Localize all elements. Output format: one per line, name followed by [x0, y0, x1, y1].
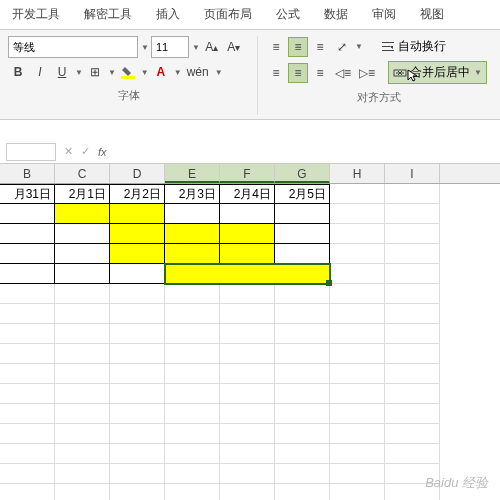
cell[interactable]: [330, 224, 385, 244]
cell[interactable]: [275, 204, 330, 224]
align-middle-icon[interactable]: ≡: [288, 37, 308, 57]
cell[interactable]: [110, 204, 165, 224]
cell[interactable]: [385, 264, 440, 284]
font-size-select[interactable]: [151, 36, 189, 58]
decrease-indent-icon[interactable]: ◁≡: [332, 63, 354, 83]
align-bottom-icon[interactable]: ≡: [310, 37, 330, 57]
increase-indent-icon[interactable]: ▷≡: [356, 63, 378, 83]
cell[interactable]: [220, 244, 275, 264]
cell[interactable]: [110, 244, 165, 264]
chevron-down-icon[interactable]: ▼: [108, 68, 116, 77]
tab-review[interactable]: 审阅: [368, 4, 400, 25]
cell[interactable]: [165, 204, 220, 224]
chevron-down-icon[interactable]: ▼: [141, 43, 149, 52]
font-name-select[interactable]: [8, 36, 138, 58]
chevron-down-icon[interactable]: ▼: [75, 68, 83, 77]
cell[interactable]: 2月3日: [165, 184, 220, 204]
col-header[interactable]: I: [385, 164, 440, 183]
fill-color-button[interactable]: [118, 62, 138, 82]
col-header[interactable]: H: [330, 164, 385, 183]
tab-insert[interactable]: 插入: [152, 4, 184, 25]
cell[interactable]: 2月1日: [55, 184, 110, 204]
cell[interactable]: [55, 264, 110, 284]
cell[interactable]: [110, 224, 165, 244]
align-top-icon[interactable]: ≡: [266, 37, 286, 57]
cell[interactable]: [385, 204, 440, 224]
cell[interactable]: [110, 264, 165, 284]
chevron-down-icon[interactable]: ▼: [141, 68, 149, 77]
wrap-text-button[interactable]: 自动换行: [377, 36, 450, 57]
chevron-down-icon[interactable]: ▼: [192, 43, 200, 52]
italic-button[interactable]: I: [30, 62, 50, 82]
svg-rect-0: [121, 76, 135, 79]
orientation-icon[interactable]: ⤢: [332, 37, 352, 57]
tab-view[interactable]: 视图: [416, 4, 448, 25]
cell[interactable]: [55, 224, 110, 244]
cell[interactable]: [330, 264, 385, 284]
ribbon-tabs: 开发工具 解密工具 插入 页面布局 公式 数据 审阅 视图: [0, 0, 500, 30]
align-left-icon[interactable]: ≡: [266, 63, 286, 83]
cell[interactable]: 2月5日: [275, 184, 330, 204]
cursor-icon: [406, 68, 420, 82]
col-header[interactable]: C: [55, 164, 110, 183]
merged-selection[interactable]: [165, 264, 330, 284]
cell[interactable]: [275, 224, 330, 244]
tab-devtools[interactable]: 开发工具: [8, 4, 64, 25]
cell[interactable]: [220, 224, 275, 244]
cell[interactable]: 2月2日: [110, 184, 165, 204]
chevron-down-icon[interactable]: ▼: [174, 68, 182, 77]
chevron-down-icon[interactable]: ▼: [355, 42, 363, 51]
font-group-label: 字体: [8, 88, 249, 103]
cell[interactable]: [220, 204, 275, 224]
underline-button[interactable]: U: [52, 62, 72, 82]
cell[interactable]: [165, 244, 220, 264]
tab-decrypt[interactable]: 解密工具: [80, 4, 136, 25]
col-header[interactable]: B: [0, 164, 55, 183]
cell[interactable]: 月31日: [0, 184, 55, 204]
cell[interactable]: 2月4日: [220, 184, 275, 204]
cell[interactable]: [385, 244, 440, 264]
border-button[interactable]: ⊞: [85, 62, 105, 82]
cell[interactable]: [55, 204, 110, 224]
cell[interactable]: [0, 264, 55, 284]
formula-bar: ✕ ✓ fx: [0, 140, 500, 164]
name-box[interactable]: [6, 143, 56, 161]
cell[interactable]: [330, 244, 385, 264]
cell[interactable]: [385, 184, 440, 204]
cell[interactable]: [385, 224, 440, 244]
col-header[interactable]: F: [220, 164, 275, 183]
cell[interactable]: [165, 224, 220, 244]
col-header[interactable]: E: [165, 164, 220, 183]
tab-data[interactable]: 数据: [320, 4, 352, 25]
col-header[interactable]: G: [275, 164, 330, 183]
tab-pagelayout[interactable]: 页面布局: [200, 4, 256, 25]
svg-rect-2: [382, 46, 390, 47]
align-center-icon[interactable]: ≡: [288, 63, 308, 83]
alignment-group: ≡ ≡ ≡ ⤢ ▼ 自动换行 ≡ ≡ ≡ ◁≡ ▷≡ 合并后居中 ▼ 对齐方式: [258, 36, 492, 115]
font-color-button[interactable]: A: [151, 62, 171, 82]
fx-icon[interactable]: fx: [98, 146, 107, 158]
confirm-icon[interactable]: ✓: [81, 145, 90, 158]
cell[interactable]: [330, 184, 385, 204]
col-header[interactable]: D: [110, 164, 165, 183]
increase-font-icon[interactable]: A▴: [202, 37, 222, 57]
cell[interactable]: [0, 224, 55, 244]
cancel-icon[interactable]: ✕: [64, 145, 73, 158]
cell[interactable]: [330, 204, 385, 224]
phonetic-button[interactable]: wén: [184, 62, 212, 82]
cell[interactable]: [0, 204, 55, 224]
merge-center-button[interactable]: 合并后居中 ▼: [388, 61, 487, 84]
cell[interactable]: [275, 244, 330, 264]
cell[interactable]: [0, 244, 55, 264]
cell[interactable]: [55, 244, 110, 264]
decrease-font-icon[interactable]: A▾: [224, 37, 244, 57]
bold-button[interactable]: B: [8, 62, 28, 82]
tab-formulas[interactable]: 公式: [272, 4, 304, 25]
ribbon: ▼ ▼ A▴ A▾ B I U ▼ ⊞ ▼ ▼ A ▼ wén ▼ 字体 ≡ ≡…: [0, 30, 500, 120]
align-right-icon[interactable]: ≡: [310, 63, 330, 83]
chevron-down-icon[interactable]: ▼: [215, 68, 223, 77]
chevron-down-icon[interactable]: ▼: [474, 68, 482, 77]
spreadsheet: B C D E F G H I 月31日 2月1日 2月2日 2月3日 2月4日…: [0, 164, 500, 500]
merge-icon: [393, 66, 407, 80]
grid[interactable]: 月31日 2月1日 2月2日 2月3日 2月4日 2月5日: [0, 184, 500, 500]
